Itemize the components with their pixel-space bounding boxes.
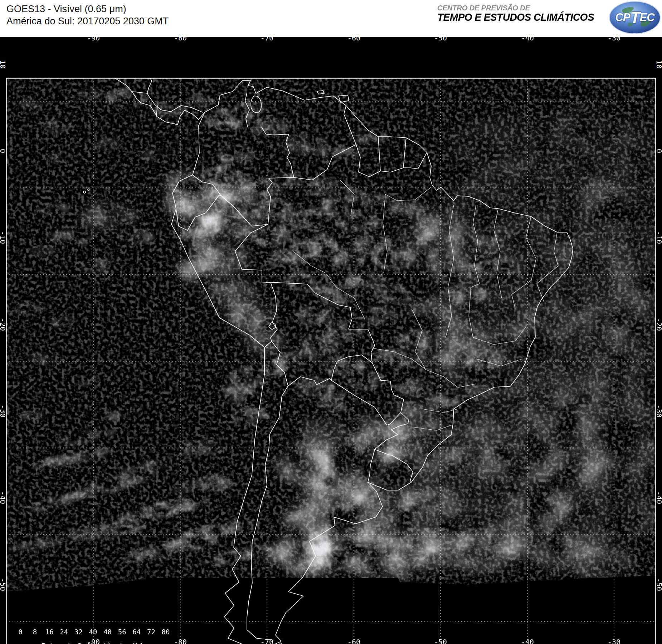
left-lat-label: -10 <box>0 231 7 244</box>
colorbar-tick-label: 24 <box>60 628 68 636</box>
top-lon-label: -40 <box>521 34 534 42</box>
left-lat-label: -40 <box>0 491 7 504</box>
cloud-blob <box>295 306 335 326</box>
top-lon-label: -50 <box>434 34 447 42</box>
bottom-lon-label: -30 <box>608 638 620 644</box>
cloud-blob <box>444 284 487 305</box>
cloud-blob <box>425 392 462 412</box>
cloud-blob <box>426 277 540 355</box>
cloud-blob <box>396 378 434 397</box>
colorbar-tick-label: 32 <box>74 628 83 636</box>
cloud-blob <box>78 88 108 100</box>
product-line: GOES13 - Visível (0.65 μm) <box>6 3 169 15</box>
cloud-blob <box>81 205 134 226</box>
branding-block: CENTRO DE PREVISÃO DE TEMPO E ESTUDOS CL… <box>437 4 618 23</box>
satellite-map: Fator de Reflectância [%] -90-90-80-80-7… <box>0 37 662 644</box>
cloud-blob <box>361 307 398 325</box>
cloud-blob <box>35 120 72 133</box>
cptec-satellite-page: GOES13 - Visível (0.65 μm) América do Su… <box>0 0 662 644</box>
cloud-blob <box>29 246 57 257</box>
bottom-lon-label: -60 <box>347 638 360 644</box>
top-lon-label: -80 <box>174 34 187 42</box>
cloud-blob <box>93 139 122 150</box>
cloud-blob <box>228 303 273 328</box>
left-lat-label: -50 <box>0 578 7 591</box>
branding-line2: TEMPO E ESTUDOS CLIMÁTICOS <box>437 11 618 23</box>
cloud-blob <box>372 248 415 269</box>
cloud-blob <box>389 200 427 217</box>
branding-line1: CENTRO DE PREVISÃO DE <box>437 4 618 12</box>
right-lat-label: 10 <box>655 60 662 69</box>
cloud-blob <box>72 375 100 386</box>
cloud-blob <box>515 459 662 545</box>
right-lat-label: 0 <box>655 149 662 153</box>
cloud-blob <box>266 248 306 269</box>
region-time-line: América do Sul: 20170205 2030 GMT <box>6 15 169 27</box>
left-lat-label: -20 <box>0 318 7 331</box>
cloud-blob <box>462 348 505 370</box>
right-lat-label: -50 <box>655 578 662 591</box>
cloud-blob <box>395 227 435 247</box>
colorbar-tick-label: 72 <box>147 628 155 636</box>
cloud-blob <box>104 89 147 107</box>
cloud-blob <box>261 356 298 376</box>
cloud-blob <box>178 257 223 282</box>
left-lat-label: -30 <box>0 405 7 418</box>
cloud-blob <box>408 448 522 520</box>
colorbar-tick-label: 0 <box>18 628 22 636</box>
bottom-lon-label: -90 <box>87 638 100 644</box>
header: GOES13 - Visível (0.65 μm) América do Su… <box>0 0 662 37</box>
cloud-blob <box>99 410 130 422</box>
right-lat-label: -30 <box>655 405 662 418</box>
right-lat-label: -20 <box>655 318 662 331</box>
cptec-logo-text: CPTEC <box>608 1 661 34</box>
top-lon-label: -30 <box>608 34 620 42</box>
cloud-blob <box>316 392 356 412</box>
cloud-blob <box>12 303 45 314</box>
right-lat-label: -40 <box>655 491 662 504</box>
left-lat-label: 10 <box>0 60 7 69</box>
cloud-blob <box>37 202 70 215</box>
cloud-blob <box>49 229 94 245</box>
cptec-logo[interactable]: CPTEC <box>608 1 661 34</box>
colorbar-tick-label: 8 <box>33 628 37 636</box>
colorbar-tick-label: 56 <box>118 628 126 636</box>
bottom-lon-label: -50 <box>434 638 447 644</box>
right-lat-label: -10 <box>655 231 662 244</box>
cloud-blob <box>247 117 290 135</box>
cloud-blob <box>568 548 634 578</box>
cloud-blob <box>437 370 565 455</box>
colorbar-tick-label: 80 <box>162 628 170 636</box>
product-title: GOES13 - Visível (0.65 μm) América do Su… <box>6 3 169 27</box>
cloud-blob <box>336 212 379 234</box>
cloud-blob <box>245 330 285 352</box>
cloud-blob <box>178 439 223 458</box>
cloud-blob <box>185 95 215 108</box>
left-lat-label: 0 <box>0 149 7 153</box>
cloud-blob <box>216 385 256 405</box>
colorbar-tick-label: 48 <box>103 628 112 636</box>
cloud-blob <box>232 407 269 425</box>
cloud-blob <box>395 330 435 352</box>
colorbar-tick-label: 16 <box>45 628 54 636</box>
cloud-blob <box>346 371 384 390</box>
cloud-blob <box>140 149 168 161</box>
cloud-blob <box>27 353 59 365</box>
cloud-blob <box>50 318 79 328</box>
top-lon-label: -60 <box>347 34 360 42</box>
bottom-lon-label: -70 <box>261 638 273 644</box>
cloud-blob <box>80 259 120 273</box>
cloud-blob <box>18 411 47 421</box>
bottom-lon-label: -80 <box>174 638 187 644</box>
colorbar-tick-label: 64 <box>132 628 141 636</box>
cloud-blob <box>374 284 414 304</box>
top-lon-label: -90 <box>87 34 100 42</box>
cloud-blob <box>45 153 77 164</box>
cloud-blob <box>117 230 155 244</box>
bottom-lon-label: -40 <box>521 638 534 644</box>
cloud-blob <box>253 227 291 247</box>
satellite-image <box>0 37 662 644</box>
cloud-blob <box>218 146 255 164</box>
top-lon-label: -70 <box>261 34 273 42</box>
colorbar-tick-label: 40 <box>89 628 97 636</box>
